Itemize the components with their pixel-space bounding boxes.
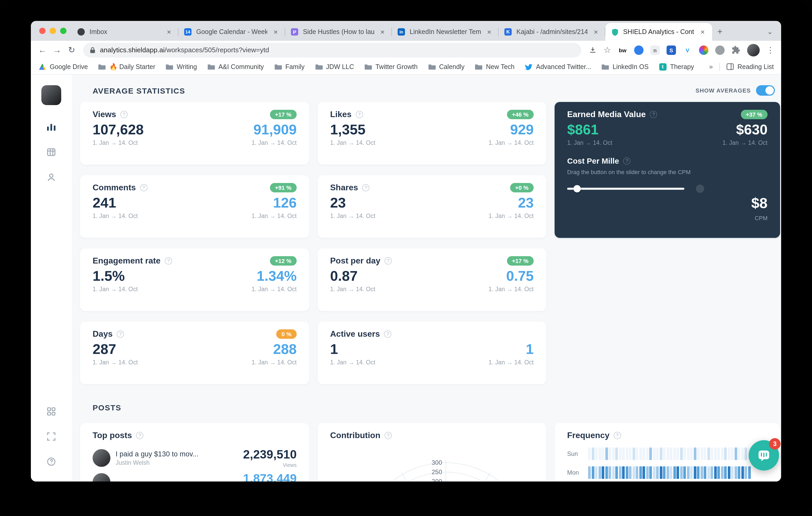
help-icon[interactable]	[614, 432, 621, 439]
heatmap-cell	[745, 466, 747, 479]
post-author-name: Justin Welsh	[116, 459, 238, 466]
bookmark-item[interactable]: New Tech	[474, 62, 515, 71]
browser-tab[interactable]: Imbox	[72, 23, 178, 41]
sidebar-apps-grid-icon[interactable]	[41, 401, 62, 422]
sidebar-analytics-icon[interactable]	[41, 117, 62, 138]
stat-card: Engagement rate +12 % 1.5% 1.34% 1. Jan …	[80, 248, 309, 311]
tab-strip: Imbox 14 Google Calendar - Week P Side H…	[31, 21, 781, 41]
bookmark-item[interactable]: A&I Community	[207, 62, 264, 71]
emv-value-average: $630	[736, 122, 767, 138]
heatmap-cell	[690, 448, 693, 460]
back-button[interactable]	[35, 42, 50, 57]
bookmarks-overflow-chevron[interactable]	[709, 63, 713, 70]
bookmark-item[interactable]: JDW LLC	[314, 62, 354, 71]
browser-tab[interactable]: SHIELD Analytics - Cont	[605, 23, 712, 41]
tab-close-icon[interactable]	[271, 28, 280, 36]
stat-value-current: 1	[330, 341, 338, 358]
tab-close-icon[interactable]	[165, 28, 173, 36]
bookmark-item[interactable]: Advanced Twitter...	[524, 62, 591, 71]
help-icon[interactable]	[650, 111, 658, 118]
bookmark-item[interactable]: Writing	[165, 62, 197, 71]
heatmap-cell	[700, 448, 703, 460]
help-icon[interactable]	[384, 330, 392, 338]
cpm-slider-track[interactable]	[567, 188, 684, 190]
tab-close-icon[interactable]	[485, 28, 493, 36]
help-icon[interactable]	[120, 111, 128, 118]
help-icon[interactable]	[362, 184, 370, 191]
browser-menu-icon[interactable]	[766, 45, 774, 55]
bookmark-icon	[165, 62, 174, 71]
stat-value-average: 929	[510, 122, 534, 138]
heatmap-cell	[687, 448, 689, 460]
browser-tab[interactable]: 14 Google Calendar - Week	[178, 23, 285, 41]
frequency-heatmap-mon	[588, 466, 751, 479]
bookmark-item[interactable]: Twitter Growth	[364, 62, 417, 71]
tab-search-chevron-icon[interactable]	[767, 28, 781, 41]
browser-tab[interactable]: K Kajabi - /admin/sites/214	[499, 23, 605, 41]
help-icon[interactable]	[356, 111, 363, 118]
help-icon[interactable]	[623, 157, 631, 164]
stat-value-current: 287	[93, 341, 116, 358]
tab-title: LinkedIn Newsletter Tem	[410, 28, 481, 35]
reading-list-button[interactable]: Reading List	[726, 62, 774, 71]
v-blue-extension-icon[interactable]: V	[683, 45, 692, 55]
bw-extension-icon[interactable]: bw	[618, 45, 627, 55]
top-post-row[interactable]: 1,873,449	[93, 472, 297, 482]
top-post-row[interactable]: I paid a guy $130 to mov... Justin Welsh…	[93, 448, 297, 468]
blue-swirl-extension-icon[interactable]	[634, 45, 643, 55]
profile-avatar[interactable]	[747, 44, 760, 56]
forward-button[interactable]	[50, 42, 64, 57]
browser-tab[interactable]: P Side Hustles (How to lau	[285, 23, 392, 41]
tab-close-icon[interactable]	[698, 28, 707, 36]
bookmark-label: 🔥 Daily Starter	[109, 63, 155, 70]
cpm-unit-label: CPM	[755, 215, 767, 221]
heatmap-cell	[741, 448, 744, 460]
help-icon[interactable]	[384, 257, 392, 265]
bookmark-item[interactable]: Family	[274, 62, 305, 71]
sidebar-table-icon[interactable]	[41, 142, 62, 162]
gray-n-extension-icon[interactable]: n	[650, 45, 660, 55]
stat-value-current: 23	[330, 195, 346, 211]
show-averages-toggle[interactable]	[756, 85, 775, 96]
help-icon[interactable]	[117, 330, 124, 338]
sidebar-help-icon[interactable]	[41, 451, 62, 472]
bookmark-item[interactable]: 🔥 Daily Starter	[98, 62, 155, 71]
bookmark-item[interactable]: Google Drive	[38, 62, 88, 71]
s-blue-extension-icon[interactable]: S	[667, 45, 676, 55]
browser-tab[interactable]: in LinkedIn Newsletter Tem	[392, 23, 499, 41]
bookmark-star-icon[interactable]	[604, 45, 611, 55]
tab-close-icon[interactable]	[592, 28, 600, 36]
sidebar-profile-icon[interactable]	[41, 167, 62, 188]
sidebar-fullscreen-icon[interactable]	[41, 426, 62, 447]
heatmap-cell	[707, 466, 710, 479]
heatmap-cell	[670, 448, 672, 460]
close-window-button[interactable]	[39, 28, 46, 34]
heatmap-cell	[738, 466, 740, 479]
extensions-puzzle-icon[interactable]	[731, 45, 740, 54]
cpm-slider-knob[interactable]	[573, 185, 581, 192]
cpm-slider[interactable]	[567, 185, 767, 193]
help-icon[interactable]	[165, 257, 172, 265]
help-icon[interactable]	[136, 432, 144, 439]
cpm-title: Cost Per Mille	[567, 156, 619, 165]
reload-button[interactable]	[64, 42, 79, 57]
bookmark-item[interactable]: LinkedIn OS	[601, 62, 649, 71]
colorful-snowflake-extension-icon[interactable]	[699, 45, 708, 55]
gray-circle-extension-icon[interactable]	[715, 45, 725, 55]
zoom-window-button[interactable]	[60, 28, 66, 34]
tab-close-icon[interactable]	[378, 28, 387, 36]
new-tab-button[interactable]	[712, 23, 728, 41]
bookmark-item[interactable]: t Therapy	[659, 62, 694, 71]
help-icon[interactable]	[384, 432, 392, 439]
workspace-avatar[interactable]	[41, 85, 61, 105]
lock-icon[interactable]	[89, 46, 96, 54]
bookmark-item[interactable]: Calendly	[428, 62, 464, 71]
extension-icons-group: bwnSV	[618, 45, 725, 55]
help-icon[interactable]	[140, 184, 147, 191]
url-bar[interactable]: analytics.shieldapp.ai/workspaces/505/re…	[83, 42, 581, 57]
install-app-icon[interactable]	[588, 46, 597, 54]
chat-launcher-button[interactable]: 3	[749, 440, 779, 471]
stat-date-range-left: 1. Jan → 14. Oct	[93, 140, 138, 146]
minimize-window-button[interactable]	[50, 28, 56, 34]
post-text: I paid a guy $130 to mov...	[116, 450, 238, 458]
